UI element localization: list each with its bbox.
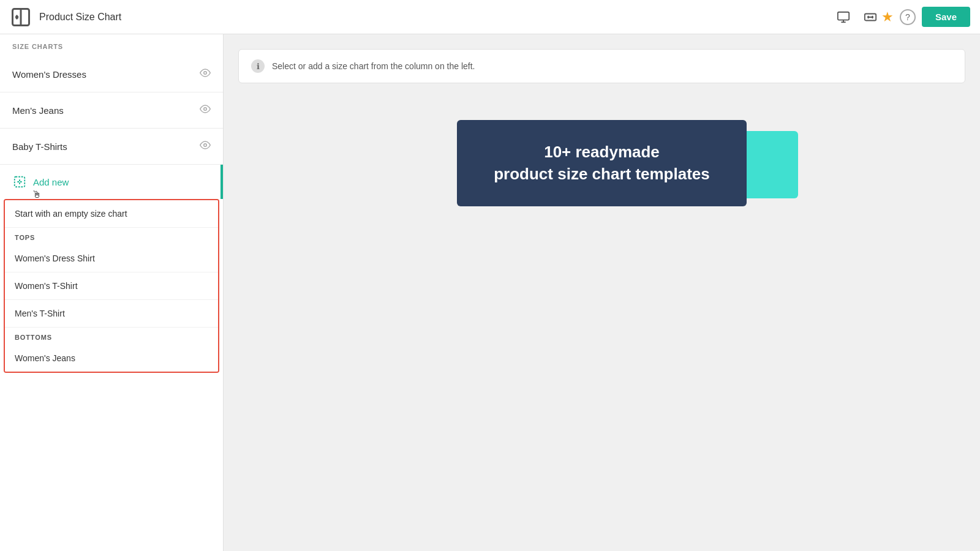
womens-tshirt-option[interactable]: Women's T-Shirt — [5, 272, 218, 300]
promo-text: 10+ readymade product size chart templat… — [494, 141, 710, 186]
monitor-view-button[interactable] — [832, 6, 854, 28]
info-bar: ℹ Select or add a size chart from the co… — [238, 49, 965, 83]
svg-point-7 — [204, 108, 207, 111]
womens-jeans-option[interactable]: Women's Jeans — [5, 345, 218, 372]
help-icon[interactable]: ? — [900, 9, 916, 25]
sidebar-item-label: Women's Dresses — [12, 69, 86, 80]
sidebar-item-baby-tshirts[interactable]: Baby T-Shirts — [0, 129, 223, 165]
add-new-container: Add new 🖱 — [0, 165, 223, 199]
header-view-icons — [832, 6, 881, 28]
sidebar: SIZE CHARTS Women's Dresses Men's Jeans … — [0, 34, 224, 551]
info-icon: ℹ — [251, 59, 265, 73]
active-indicator — [221, 165, 223, 199]
promo-section: 10+ readymade product size chart templat… — [238, 120, 965, 206]
resize-view-button[interactable] — [859, 6, 881, 28]
save-button[interactable]: Save — [922, 7, 970, 27]
tops-section-label: TOPS — [5, 228, 218, 245]
page-title: Product Size Chart — [39, 12, 832, 23]
svg-point-8 — [204, 144, 207, 147]
sidebar-item-label: Men's Jeans — [12, 105, 64, 116]
visibility-icon[interactable] — [200, 103, 211, 117]
visibility-icon[interactable] — [200, 67, 211, 81]
svg-rect-9 — [15, 177, 25, 187]
sidebar-item-womens-dresses[interactable]: Women's Dresses — [0, 56, 223, 92]
info-text: Select or add a size chart from the colu… — [272, 61, 475, 71]
womens-dress-shirt-option[interactable]: Women's Dress Shirt — [5, 245, 218, 272]
add-new-icon — [12, 174, 27, 189]
main-content: ℹ Select or add a size chart from the co… — [224, 34, 980, 551]
promo-banner: 10+ readymade product size chart templat… — [457, 120, 747, 206]
main-layout: SIZE CHARTS Women's Dresses Men's Jeans … — [0, 34, 980, 551]
template-dropdown-panel: Start with an empty size chart TOPS Wome… — [4, 199, 219, 373]
sidebar-item-mens-jeans[interactable]: Men's Jeans — [0, 92, 223, 129]
header: Product Size Chart ★ ? Save — [0, 0, 980, 34]
star-icon[interactable]: ★ — [881, 9, 894, 25]
back-button[interactable] — [10, 6, 32, 28]
sidebar-item-label: Baby T-Shirts — [12, 141, 67, 152]
bottoms-section-label: BOTTOMS — [5, 328, 218, 345]
header-right-actions: ★ ? Save — [881, 7, 970, 27]
add-new-label: Add new — [33, 177, 69, 187]
sidebar-section-label: SIZE CHARTS — [0, 34, 223, 56]
svg-rect-2 — [838, 12, 849, 20]
add-new-button[interactable]: Add new — [0, 165, 223, 199]
mens-tshirt-option[interactable]: Men's T-Shirt — [5, 300, 218, 328]
visibility-icon[interactable] — [200, 140, 211, 153]
empty-chart-option[interactable]: Start with an empty size chart — [5, 200, 218, 228]
svg-point-6 — [204, 72, 207, 75]
